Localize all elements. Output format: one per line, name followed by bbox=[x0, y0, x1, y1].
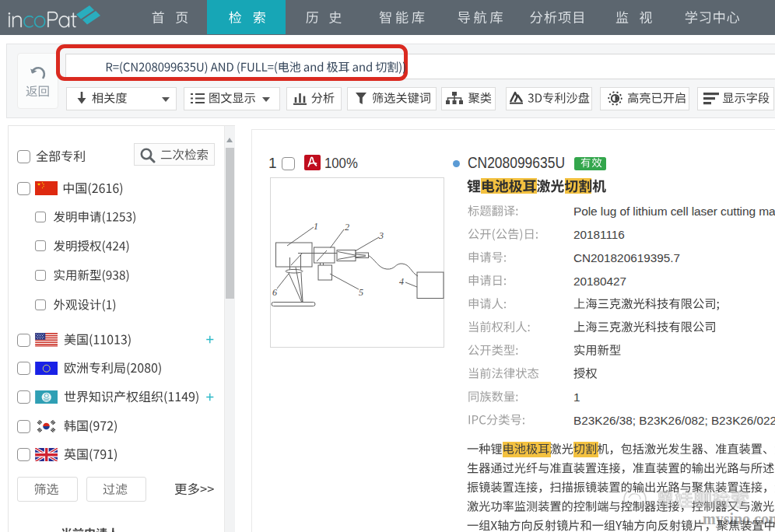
svg-text:6: 6 bbox=[272, 287, 277, 298]
svg-text:2: 2 bbox=[345, 222, 349, 233]
svg-text:1: 1 bbox=[314, 221, 318, 232]
svg-text:3: 3 bbox=[378, 230, 384, 241]
svg-text:4: 4 bbox=[399, 276, 404, 287]
svg-text:5: 5 bbox=[359, 287, 363, 298]
